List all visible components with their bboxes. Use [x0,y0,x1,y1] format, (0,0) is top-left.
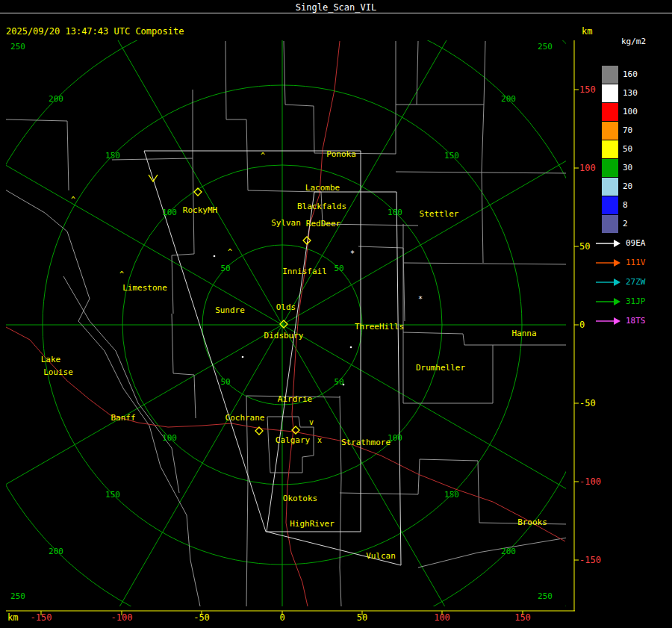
colorbar-swatch [602,215,618,233]
ring-label: 50 [220,377,230,387]
ring-label: 200 [49,547,63,556]
axis-label: 0 [279,612,284,623]
map-symbol: x [317,436,322,444]
radar-map-canvas[interactable]: 50 50 50 50 100 100 100 100 150 150 150 … [6,40,566,606]
right-axis-unit: km [582,26,592,37]
axis-label: 50 [357,612,367,623]
ring-label: 100 [388,208,402,217]
radar-arrow-icon [596,239,621,248]
axis-label: 50 [579,241,590,252]
bottom-axis-unit: km [7,612,18,623]
colorbar-value: 130 [623,89,638,98]
colorbar-value: 100 [623,108,638,116]
ring-label: 150 [105,151,120,161]
map-symbol: ^ [261,152,265,160]
map-symbol: ^ [228,248,232,256]
colorbar-value: 160 [623,70,638,79]
axis-label: 150 [514,612,531,623]
ring-label: 150 [444,151,459,161]
echo-dot [214,255,216,258]
colorbar-swatch [602,159,618,177]
ring-label: 250 [538,591,553,601]
axis-label: 150 [579,84,596,95]
colorbar-swatch [602,103,618,121]
window-title: Single_Scan_VIL [0,2,672,13]
colorbar-swatch [602,140,618,158]
colorbar-swatch [602,196,618,214]
ring-label: 250 [10,591,25,601]
colorbar-value: 20 [623,182,632,191]
ring-label: 50 [334,264,343,273]
axis-label: 100 [434,612,450,623]
axis-label: -150 [31,612,52,623]
colorbar-swatch [602,84,618,102]
colorbar-swatch [602,178,618,196]
colorbar-value: 70 [623,126,632,135]
colorbar-value: 2 [623,220,628,228]
ring-label: 200 [501,547,516,556]
echo-dot [242,356,244,358]
title-divider [0,13,672,13]
axis-label: 100 [579,163,596,173]
echo-dot [350,346,352,349]
radar-arrow-icon [596,278,621,287]
radar-id: 27ZW [626,278,646,287]
colorbar-unit: kg/m2 [621,37,646,46]
axis-label: -50 [193,612,210,623]
colorbar-value: 8 [623,201,628,210]
colorbar-value: 50 [623,145,632,154]
axis-label: -100 [111,612,133,623]
app-window: Single_Scan_VIL 2025/09/20 13:47:43 UTC … [0,0,672,628]
right-axis-ticks [574,90,579,560]
road-lines [6,41,565,606]
map-symbol: v [309,418,314,426]
map-symbol: ^ [119,270,124,279]
axis-label: -50 [579,398,596,408]
axis-label: 0 [579,320,585,330]
map-symbol: ^ [71,196,75,204]
ring-label: 100 [162,208,177,217]
radar-id: 09EA [626,239,646,248]
colorbar-swatch [602,122,618,140]
ring-label: 50 [334,377,343,387]
radar-arrow-icon [596,317,621,326]
ring-label: 100 [388,433,402,443]
ring-label: 250 [538,42,553,52]
ring-label: 100 [162,433,177,443]
ring-label: 150 [444,490,459,500]
scan-area-outline [144,151,401,565]
ring-label: 200 [501,94,516,104]
ring-label: 250 [10,42,25,52]
radar-arrow-icon [596,297,621,306]
colorbar-value: 30 [623,164,632,172]
ring-label: 150 [105,490,120,500]
axis-label: -150 [579,555,601,565]
radar-arrow-icon [596,258,621,267]
radar-id: 31JP [626,297,646,306]
ring-distance-labels: 50 50 50 50 100 100 100 100 150 150 150 … [10,42,553,601]
radar-id: 111V [626,258,646,267]
map-symbol: * [418,295,423,303]
axis-label: -100 [579,476,601,487]
product-timestamp: 2025/09/20 13:47:43 UTC Composite [6,26,184,37]
radar-id: 18TS [626,317,646,326]
ring-label: 200 [49,94,63,104]
echo-dot [343,384,345,386]
ring-label: 50 [220,264,230,273]
map-symbol: * [350,249,355,258]
colorbar-swatch [602,66,618,84]
